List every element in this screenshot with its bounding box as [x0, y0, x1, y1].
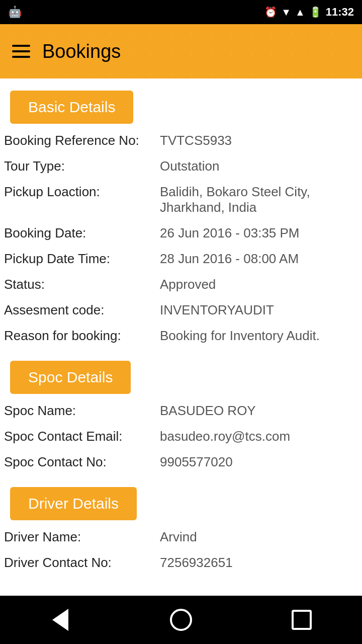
field-label: Driver Contact No: [0, 550, 156, 576]
table-row: Tour Type: Outstation [0, 153, 362, 179]
field-value: Balidih, Bokaro Steel City, Jharkhand, I… [156, 179, 362, 220]
field-label: Booking Reference No: [0, 128, 156, 153]
table-row: Booking Reference No: TVTCS5933 [0, 128, 362, 153]
table-row: Status: Approved [0, 272, 362, 297]
driver-details-table: Driver Name: Arvind Driver Contact No: 7… [0, 524, 362, 576]
field-value: basudeo.roy@tcs.com [156, 424, 362, 449]
battery-icon: 🔋 [309, 6, 322, 18]
field-value: 7256932651 [156, 550, 362, 576]
alarm-icon: ⏰ [264, 6, 277, 18]
field-label: Driver Name: [0, 524, 156, 550]
table-row: Spoc Name: BASUDEO ROY [0, 398, 362, 424]
field-value: Approved [156, 272, 362, 297]
back-icon [52, 609, 68, 631]
field-value: 28 Jun 2016 - 08:00 AM [156, 246, 362, 272]
field-value: TVTCS5933 [156, 128, 362, 153]
table-row: Assesment code: INVENTORYAUDIT [0, 297, 362, 323]
field-label: Pickup Date Time: [0, 246, 156, 272]
basic-details-section: Basic Details Booking Reference No: TVTC… [0, 78, 362, 349]
spoc-details-table: Spoc Name: BASUDEO ROY Spoc Contact Emai… [0, 398, 362, 475]
table-row: Booking Date: 26 Jun 2016 - 03:35 PM [0, 220, 362, 246]
field-value: Outstation [156, 153, 362, 179]
field-label: Tour Type: [0, 153, 156, 179]
table-row: Spoc Contact No: 9905577020 [0, 449, 362, 475]
field-value: 26 Jun 2016 - 03:35 PM [156, 220, 362, 246]
table-row: Spoc Contact Email: basudeo.roy@tcs.com [0, 424, 362, 449]
field-label: Assesment code: [0, 297, 156, 323]
table-row: Driver Name: Arvind [0, 524, 362, 550]
table-row: Reason for booking: Booking for Inventor… [0, 323, 362, 349]
field-value: Arvind [156, 524, 362, 550]
spoc-details-section: Spoc Details Spoc Name: BASUDEO ROY Spoc… [0, 349, 362, 475]
field-label: Spoc Contact No: [0, 449, 156, 475]
home-icon [170, 609, 192, 631]
field-value: 9905577020 [156, 449, 362, 475]
table-row: Pickup Date Time: 28 Jun 2016 - 08:00 AM [0, 246, 362, 272]
table-row: Pickup Loaction: Balidih, Bokaro Steel C… [0, 179, 362, 220]
basic-details-table: Booking Reference No: TVTCS5933 Tour Typ… [0, 128, 362, 349]
hamburger-line-3 [12, 56, 30, 58]
spoc-details-header: Spoc Details [10, 361, 131, 394]
basic-details-header: Basic Details [10, 91, 133, 124]
driver-details-header: Driver Details [10, 487, 137, 520]
table-row: Driver Contact No: 7256932651 [0, 550, 362, 576]
field-label: Spoc Contact Email: [0, 424, 156, 449]
hamburger-line-1 [12, 45, 30, 47]
status-time: 11:32 [326, 6, 354, 19]
status-bar-right: ⏰ ▼ ▲ 🔋 11:32 [264, 6, 354, 19]
field-label: Booking Date: [0, 220, 156, 246]
status-bar: 🤖 ⏰ ▼ ▲ 🔋 11:32 [0, 0, 362, 24]
hamburger-menu-button[interactable] [12, 45, 30, 58]
app-header: Bookings [0, 24, 362, 78]
field-label: Pickup Loaction: [0, 179, 156, 220]
recents-button[interactable] [287, 605, 317, 635]
field-value: INVENTORYAUDIT [156, 297, 362, 323]
status-bar-left: 🤖 [8, 6, 22, 19]
home-button[interactable] [166, 605, 196, 635]
field-label: Spoc Name: [0, 398, 156, 424]
bottom-nav [0, 596, 362, 644]
driver-details-section: Driver Details Driver Name: Arvind Drive… [0, 475, 362, 576]
field-value: BASUDEO ROY [156, 398, 362, 424]
field-value: Booking for Inventory Audit. [156, 323, 362, 349]
android-icon: 🤖 [8, 6, 22, 19]
back-button[interactable] [45, 605, 75, 635]
field-label: Reason for booking: [0, 323, 156, 349]
signal-icon: ▲ [295, 7, 305, 18]
main-content: Basic Details Booking Reference No: TVTC… [0, 78, 362, 596]
hamburger-line-2 [12, 50, 30, 52]
recents-icon [292, 610, 312, 630]
field-label: Status: [0, 272, 156, 297]
wifi-icon: ▼ [281, 7, 291, 18]
page-title: Bookings [42, 41, 121, 62]
